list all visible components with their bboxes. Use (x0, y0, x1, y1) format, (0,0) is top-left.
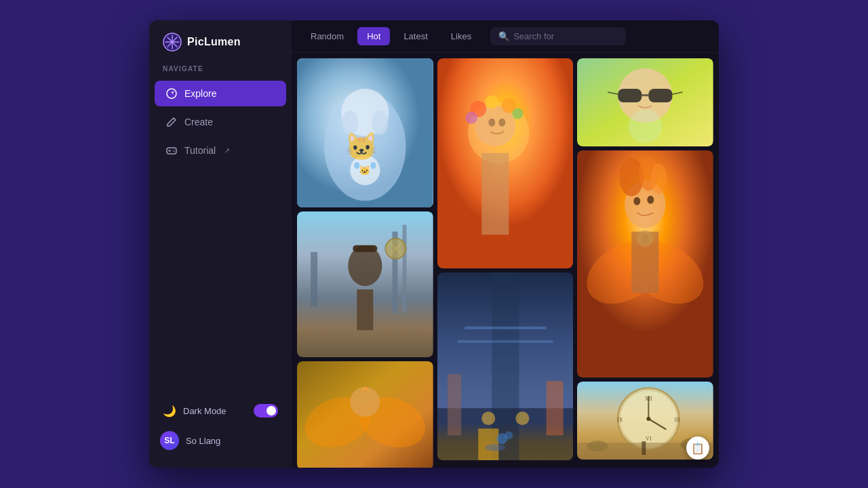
user-row[interactable]: SL So Llang (149, 424, 292, 457)
svg-point-3 (171, 93, 173, 95)
top-bar: Random Hot Latest Likes 🔍 (292, 20, 719, 53)
sidebar: PicLumen NAVIGATE Explore Create (149, 20, 292, 468)
feedback-icon: 📋 (691, 442, 705, 455)
external-link-icon: ↗ (224, 146, 230, 155)
compass-icon (165, 87, 178, 100)
search-box: 🔍 (490, 27, 626, 45)
main-content: Random Hot Latest Likes 🔍 (292, 20, 719, 468)
app-name: PicLumen (187, 36, 241, 48)
moon-icon: 🌙 (163, 405, 176, 418)
image-card-steampunk[interactable] (297, 211, 433, 357)
svg-point-5 (173, 150, 174, 151)
sidebar-item-explore[interactable]: Explore (155, 81, 286, 106)
logo-area: PicLumen (149, 20, 292, 65)
grid-col-3: XII VI III IX (577, 58, 713, 468)
dark-mode-label: Dark Mode (183, 406, 247, 416)
search-input[interactable] (513, 31, 618, 41)
image-grid-wrapper[interactable]: 🐱 (292, 53, 719, 468)
image-card-girl-cat[interactable]: 🐱 (297, 58, 433, 207)
sidebar-item-create[interactable]: Create (155, 109, 286, 135)
user-initials: SL (164, 436, 174, 445)
logo-icon (163, 33, 182, 52)
toggle-knob (267, 406, 276, 415)
image-card-sunglasses[interactable] (577, 58, 713, 146)
image-card-orange-fairy[interactable] (577, 150, 713, 378)
tab-random[interactable]: Random (301, 27, 353, 45)
gamepad-icon (165, 144, 178, 157)
tab-latest[interactable]: Latest (394, 27, 437, 45)
app-container: PicLumen NAVIGATE Explore Create (149, 20, 719, 468)
image-card-flower-girl[interactable] (437, 58, 574, 268)
dark-mode-toggle[interactable] (254, 404, 278, 418)
image-card-rainy-street[interactable] (437, 272, 574, 460)
tutorial-label: Tutorial (184, 145, 216, 156)
grid-col-2 (437, 58, 574, 468)
search-icon: 🔍 (498, 31, 509, 41)
create-label: Create (184, 117, 213, 127)
avatar: SL (160, 431, 179, 450)
grid-col-1: 🐱 (297, 58, 433, 468)
feedback-button[interactable]: 📋 (686, 436, 709, 460)
tab-hot[interactable]: Hot (357, 27, 390, 45)
svg-rect-4 (167, 148, 176, 154)
dark-mode-row: 🌙 Dark Mode (149, 397, 292, 424)
explore-label: Explore (184, 88, 216, 99)
tab-likes[interactable]: Likes (441, 27, 481, 45)
image-card-fairy-wings[interactable] (297, 361, 433, 468)
user-name: So Llang (186, 436, 220, 446)
sidebar-item-tutorial[interactable]: Tutorial ↗ (155, 138, 286, 163)
image-grid: 🐱 (297, 58, 713, 468)
svg-point-6 (174, 151, 175, 152)
pen-icon (165, 116, 178, 128)
navigate-label: NAVIGATE (149, 65, 292, 79)
